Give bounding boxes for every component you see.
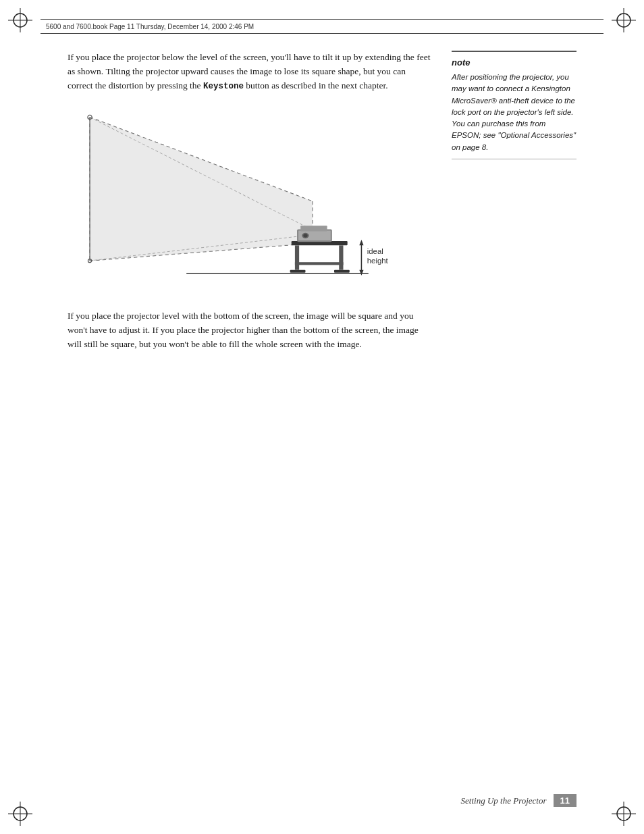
- main-column: If you place the projector below the lev…: [68, 51, 431, 363]
- svg-marker-35: [359, 240, 363, 245]
- paragraph-2: If you place the projector level with th…: [68, 309, 431, 352]
- svg-marker-16: [90, 118, 313, 261]
- paragraph-1: If you place the projector below the lev…: [68, 51, 431, 93]
- svg-point-31: [303, 234, 307, 237]
- bottom-section: If you place the projector level with th…: [68, 309, 431, 352]
- svg-marker-36: [359, 270, 363, 276]
- side-column: note After positioning the projector, yo…: [452, 51, 576, 363]
- columns-layout: If you place the projector below the lev…: [68, 51, 576, 363]
- svg-rect-23: [295, 246, 299, 270]
- content-area: If you place the projector below the lev…: [68, 51, 576, 780]
- footer-text: Setting Up the Projector: [461, 796, 547, 806]
- reg-mark-bl: [8, 802, 32, 826]
- page: 5600 and 7600.book Page 11 Thursday, Dec…: [0, 0, 644, 834]
- reg-mark-tl: [8, 8, 32, 32]
- note-title: note: [452, 57, 576, 68]
- reg-mark-tr: [612, 8, 636, 32]
- svg-rect-26: [290, 270, 306, 273]
- svg-rect-24: [339, 246, 343, 270]
- diagram-area: ideal height: [68, 107, 431, 296]
- reg-mark-br: [612, 802, 636, 826]
- svg-rect-27: [334, 270, 350, 273]
- note-box: note After positioning the projector, yo…: [452, 51, 576, 159]
- footer: Setting Up the Projector 11: [68, 794, 576, 807]
- header-bar: 5600 and 7600.book Page 11 Thursday, Dec…: [41, 19, 603, 34]
- keystone-label: Keystone: [203, 82, 244, 91]
- svg-rect-25: [295, 262, 344, 265]
- note-text: After positioning the projector, you may…: [452, 72, 576, 153]
- header-text: 5600 and 7600.book Page 11 Thursday, Dec…: [41, 23, 254, 30]
- svg-rect-32: [300, 226, 327, 232]
- svg-text:height: height: [367, 257, 389, 265]
- svg-text:ideal: ideal: [367, 247, 383, 255]
- diagram-svg: ideal height: [68, 107, 431, 296]
- page-number: 11: [554, 794, 576, 807]
